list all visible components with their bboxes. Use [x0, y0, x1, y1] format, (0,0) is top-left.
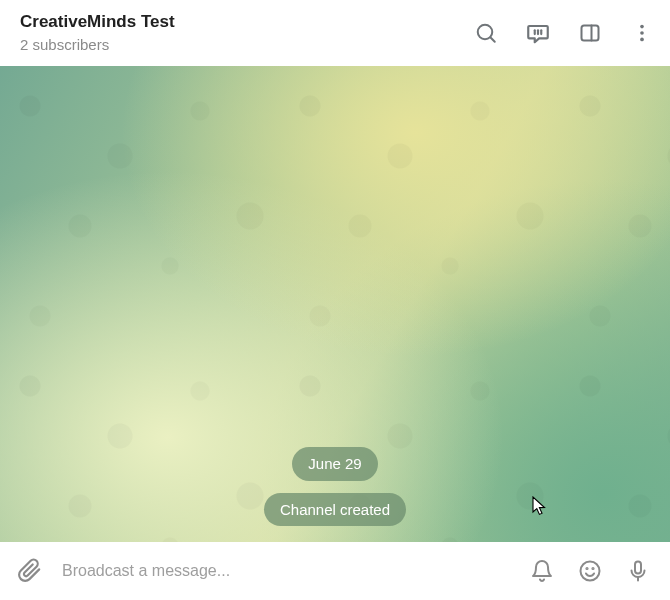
message-composer: [0, 542, 670, 600]
svg-point-8: [640, 31, 644, 35]
svg-point-12: [592, 568, 593, 569]
chat-header: CreativeMinds Test 2 subscribers: [0, 0, 670, 66]
svg-point-11: [586, 568, 587, 569]
comments-icon[interactable]: [524, 19, 552, 47]
search-icon[interactable]: [472, 19, 500, 47]
header-actions: [472, 19, 656, 47]
attach-icon[interactable]: [16, 557, 44, 585]
svg-point-7: [640, 25, 644, 29]
emoji-icon[interactable]: [576, 557, 604, 585]
sidebar-toggle-icon[interactable]: [576, 19, 604, 47]
svg-point-9: [640, 38, 644, 42]
chat-header-info[interactable]: CreativeMinds Test 2 subscribers: [20, 11, 472, 55]
svg-point-10: [581, 562, 600, 581]
chat-title: CreativeMinds Test: [20, 11, 472, 33]
system-message: Channel created: [264, 493, 406, 527]
more-menu-icon[interactable]: [628, 19, 656, 47]
message-list: June 29 Channel created: [0, 447, 670, 542]
svg-line-1: [490, 37, 494, 41]
date-badge: June 29: [292, 447, 377, 481]
notifications-icon[interactable]: [528, 557, 556, 585]
chat-area[interactable]: June 29 Channel created: [0, 66, 670, 542]
svg-rect-13: [635, 562, 641, 574]
composer-actions: [528, 557, 652, 585]
svg-rect-5: [582, 26, 599, 41]
microphone-icon[interactable]: [624, 557, 652, 585]
chat-subtitle: 2 subscribers: [20, 35, 472, 55]
message-input[interactable]: [62, 562, 510, 580]
